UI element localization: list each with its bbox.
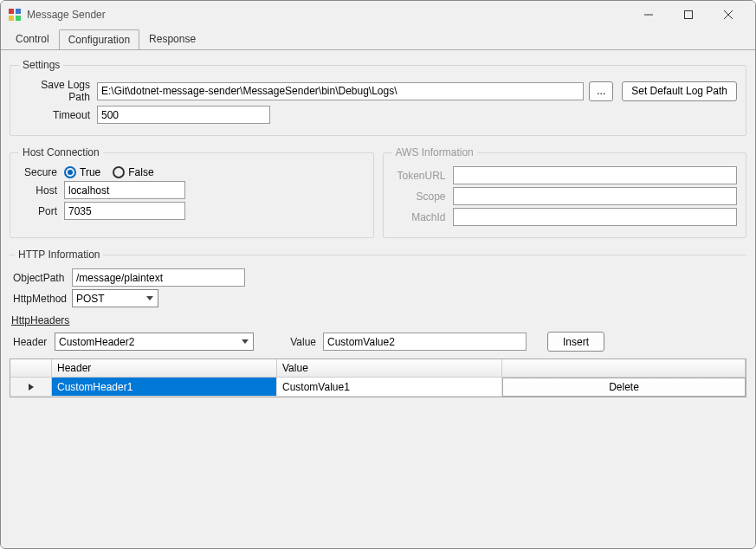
httpmethod-label: HttpMethod: [10, 293, 72, 305]
objectpath-label: ObjectPath: [10, 272, 72, 284]
svg-rect-3: [16, 16, 21, 21]
value-label: Value: [254, 336, 323, 348]
row-indicator-icon: [10, 378, 52, 397]
grid-header-header[interactable]: Header: [52, 359, 277, 378]
grid-header-row: Header Value: [10, 359, 746, 378]
header-name-select[interactable]: CustomHeader2: [55, 333, 254, 351]
header-name-value: CustomHeader2: [59, 336, 134, 348]
grid-cell-value[interactable]: CustomValue1: [277, 378, 502, 397]
timeout-input[interactable]: [97, 106, 270, 124]
grid-header-value[interactable]: Value: [277, 359, 502, 378]
settings-group: Settings Save Logs Path ... Set Default …: [10, 59, 746, 136]
scope-input: [453, 187, 738, 205]
table-row[interactable]: CustomHeader1 CustomValue1 Delete: [10, 378, 746, 397]
tokenurl-input: [453, 166, 738, 184]
tokenurl-label: TokenURL: [392, 170, 453, 182]
minimize-button[interactable]: [629, 2, 669, 28]
httpheaders-section-label: HttpHeaders: [11, 314, 746, 326]
secure-true-radio[interactable]: True: [64, 166, 100, 178]
close-button[interactable]: [708, 2, 748, 28]
delete-row-button[interactable]: Delete: [502, 378, 746, 397]
httpmethod-value: POST: [76, 293, 105, 305]
grid-header-rowselector: [10, 359, 52, 378]
secure-false-label: False: [128, 166, 153, 178]
settings-legend: Settings: [19, 59, 63, 71]
host-connection-group: Host Connection Secure True False Host: [10, 146, 374, 238]
set-default-log-path-button[interactable]: Set Default Log Path: [622, 81, 737, 101]
host-input[interactable]: [64, 181, 185, 199]
timeout-label: Timeout: [19, 109, 97, 121]
tab-response[interactable]: Response: [139, 29, 205, 49]
secure-label: Secure: [19, 166, 64, 178]
tab-strip: Control Configuration Response: [1, 29, 755, 49]
aws-information-group: AWS Information TokenURL Scope MachId: [383, 146, 747, 238]
svg-rect-0: [9, 9, 14, 14]
objectpath-input[interactable]: [72, 268, 245, 287]
maximize-button[interactable]: [669, 2, 708, 28]
save-logs-path-input[interactable]: [97, 82, 584, 100]
radio-selected-icon: [64, 166, 76, 178]
app-window: Message Sender Control Configuration Res…: [0, 0, 756, 549]
save-logs-path-label: Save Logs Path: [19, 79, 97, 103]
window-title: Message Sender: [27, 9, 629, 21]
radio-unselected-icon: [113, 166, 125, 178]
httpmethod-select[interactable]: POST: [72, 289, 158, 307]
host-connection-legend: Host Connection: [19, 146, 103, 158]
secure-true-label: True: [80, 166, 100, 178]
title-bar: Message Sender: [1, 1, 755, 29]
aws-information-legend: AWS Information: [392, 146, 477, 158]
host-aws-row: Host Connection Secure True False Host: [10, 143, 746, 245]
machid-label: MachId: [392, 211, 453, 223]
browse-logs-path-button[interactable]: ...: [589, 81, 613, 101]
http-headers-grid: Header Value CustomHeader1 CustomValue1 …: [10, 358, 746, 397]
header-label: Header: [10, 336, 55, 348]
tab-control[interactable]: Control: [6, 29, 59, 49]
svg-rect-2: [9, 16, 14, 21]
svg-rect-5: [685, 11, 693, 19]
tab-configuration[interactable]: Configuration: [59, 29, 139, 50]
svg-rect-1: [16, 9, 21, 14]
tab-content-configuration: Settings Save Logs Path ... Set Default …: [1, 49, 755, 548]
insert-header-button[interactable]: Insert: [547, 332, 604, 352]
http-information-group: HTTP Information ObjectPath HttpMethod P…: [10, 249, 746, 406]
http-information-legend: HTTP Information: [15, 249, 103, 261]
app-icon: [8, 8, 22, 22]
header-value-input[interactable]: [323, 333, 527, 351]
port-label: Port: [19, 205, 64, 217]
secure-false-radio[interactable]: False: [113, 166, 153, 178]
scope-label: Scope: [392, 191, 453, 203]
grid-cell-header[interactable]: CustomHeader1: [52, 378, 277, 397]
port-input[interactable]: [64, 202, 185, 220]
grid-header-action: [502, 359, 746, 378]
machid-input: [453, 208, 738, 226]
host-label: Host: [19, 184, 64, 197]
